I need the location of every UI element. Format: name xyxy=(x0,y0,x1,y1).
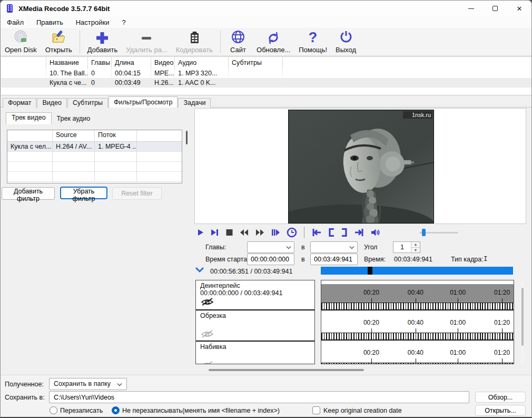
chapter-end-select[interactable] xyxy=(310,241,358,253)
keep-date-checkbox[interactable] xyxy=(312,406,320,414)
question-icon: ? xyxy=(306,30,320,45)
cell: 00:03:49 xyxy=(112,78,151,88)
no-overwrite-label[interactable]: Не перезаписывать(менять имя <filename +… xyxy=(122,407,280,414)
expander-chevron-icon[interactable] xyxy=(195,267,204,274)
seek-bar[interactable] xyxy=(321,267,513,275)
menu-item-3[interactable]: ? xyxy=(115,17,132,27)
end-time-input[interactable] xyxy=(310,254,358,265)
file-list[interactable]: НазваниеГлавыДлинаВидеоАудиоСубтитры10. … xyxy=(1,56,531,95)
tab-video-track[interactable]: Трек видео xyxy=(6,112,52,124)
encode-icon xyxy=(187,30,202,45)
frame-type-value: I xyxy=(484,256,488,263)
svg-text:DVD: DVD xyxy=(22,39,27,42)
source-row[interactable]: Кукла с чел...H.264 / AV...1. MPEG-4 ... xyxy=(7,142,182,152)
source-table-header[interactable]: SourceПоток xyxy=(7,130,182,142)
update-button[interactable]: Обновле... xyxy=(252,28,294,55)
file-table-header[interactable]: НазваниеГлавыДлинаВидеоАудиоСубтитры xyxy=(1,57,531,69)
start-time-label: Время старта xyxy=(205,256,247,263)
chapter-start-select[interactable] xyxy=(247,241,294,253)
column-header: Название xyxy=(46,57,88,69)
step-forward-button[interactable] xyxy=(271,228,281,237)
tab-subtitles[interactable]: Субтитры xyxy=(67,98,108,108)
next-frame-button[interactable] xyxy=(210,228,219,237)
toolbar-separator xyxy=(80,30,80,53)
destination-path-input[interactable] xyxy=(49,391,469,403)
playhead-marker[interactable] xyxy=(368,267,372,275)
tab-video[interactable]: Видео xyxy=(37,98,67,108)
title-bar[interactable]: XMedia Recode 3.5.7.7 64bit ✕ xyxy=(1,1,531,16)
eye-slash-icon[interactable] xyxy=(200,297,214,307)
fast-forward-button[interactable] xyxy=(255,228,265,237)
cell xyxy=(137,162,182,171)
volume-button[interactable] xyxy=(370,228,381,237)
exit-button[interactable]: Выход xyxy=(331,28,360,55)
minimize-button[interactable] xyxy=(459,1,483,16)
filter-crop[interactable]: Обрезка xyxy=(196,310,314,342)
rewind-button[interactable] xyxy=(239,228,249,237)
angle-spinner[interactable]: 1 ▲▼ xyxy=(393,241,420,253)
source-table-scrollbar[interactable] xyxy=(186,131,188,144)
source-row[interactable] xyxy=(7,172,182,182)
overwrite-label[interactable]: Перезаписать xyxy=(60,407,103,414)
horizontal-scrollbar[interactable] xyxy=(209,369,364,371)
source-row[interactable] xyxy=(7,152,182,162)
minus-icon xyxy=(139,30,154,45)
track-tabs: Трек видео Трек аудио xyxy=(6,112,95,124)
set-end-mark-button[interactable] xyxy=(341,228,348,237)
open-file-button[interactable]: Открыть xyxy=(41,28,76,55)
add-button[interactable]: Добавить xyxy=(83,28,122,55)
menu-item-0[interactable]: Файл xyxy=(1,17,30,27)
filter-source-table[interactable]: SourceПотокКукла с чел...H.264 / AV...1.… xyxy=(7,130,182,183)
timeline-ruler[interactable]: 00:2000:4001:0001:20 xyxy=(321,280,514,310)
filter-deinterlace[interactable]: Деинтерлейс 00:00:00:000 / 00:03:49:941 xyxy=(196,280,314,310)
eye-slash-icon[interactable] xyxy=(200,329,214,339)
keep-date-label[interactable]: Keep original creation date xyxy=(323,407,402,414)
filter-list: Деинтерлейс 00:00:00:000 / 00:03:49:941 … xyxy=(195,280,315,364)
help-button[interactable]: ? Помощь! xyxy=(294,28,331,55)
cell: MPE... xyxy=(151,69,175,78)
goto-start-mark-button[interactable] xyxy=(311,228,322,237)
cell xyxy=(7,162,53,171)
file-row[interactable]: 10. The Ball...000:04:15MPE...1. MP3 320… xyxy=(1,69,531,78)
open-destination-button[interactable]: Открыть... xyxy=(475,405,526,416)
power-icon xyxy=(339,30,353,45)
add-filter-button[interactable]: Добавить фильтр xyxy=(2,187,55,200)
timeline-ruler[interactable]: 00:2000:4001:0001:20 xyxy=(321,341,514,364)
website-label: Сайт xyxy=(230,46,246,54)
clock-button[interactable] xyxy=(287,227,297,238)
start-time-input[interactable] xyxy=(247,254,294,265)
spinner-down-icon[interactable]: ▼ xyxy=(411,248,420,253)
no-overwrite-radio[interactable] xyxy=(112,406,120,414)
tab-filters-preview[interactable]: Фильтры/Просмотр xyxy=(109,96,178,108)
tab-tasks[interactable]: Задачи xyxy=(178,98,211,108)
file-row[interactable]: Кукла с че...000:03:49H.26...1. AAC 0 K.… xyxy=(1,78,531,88)
overwrite-radio[interactable] xyxy=(50,406,57,414)
volume-handle[interactable] xyxy=(422,229,426,236)
spinner-up-icon[interactable]: ▲ xyxy=(411,242,420,248)
stop-button[interactable] xyxy=(225,228,233,237)
tab-audio-track[interactable]: Трек аудио xyxy=(52,114,96,124)
transport-bar xyxy=(196,226,381,239)
filter-padding[interactable]: Набивка xyxy=(196,342,314,364)
tab-format[interactable]: Формат xyxy=(3,98,36,108)
eye-slash-icon[interactable] xyxy=(200,360,214,364)
volume-slider[interactable] xyxy=(419,229,458,236)
maximize-button[interactable] xyxy=(483,1,507,16)
output-mode-select[interactable]: Сохранить в папку xyxy=(49,378,127,390)
close-button[interactable]: ✕ xyxy=(507,1,531,16)
website-button[interactable]: Сайт xyxy=(224,28,252,55)
play-button[interactable] xyxy=(196,228,204,237)
timeline-vertical-scrollbar[interactable] xyxy=(521,281,524,364)
cell xyxy=(137,172,182,181)
open-disk-button[interactable]: DVD Open Disk xyxy=(1,28,41,55)
timeline-rulers[interactable]: 00:2000:4001:0001:20 00:2000:4001:0001:2… xyxy=(321,280,514,364)
browse-button[interactable]: Обзор... xyxy=(475,392,526,403)
remove-filter-button[interactable]: Убрать фильтр xyxy=(60,187,107,199)
menu-item-2[interactable]: Настройки xyxy=(70,17,116,27)
timeline-ruler[interactable]: 00:2000:4001:0001:20 xyxy=(321,310,514,341)
source-row[interactable] xyxy=(7,162,182,172)
menu-item-1[interactable]: Править xyxy=(30,17,70,27)
goto-end-mark-button[interactable] xyxy=(354,228,364,237)
set-start-mark-button[interactable] xyxy=(328,228,335,237)
start-between-label: в xyxy=(301,256,305,263)
